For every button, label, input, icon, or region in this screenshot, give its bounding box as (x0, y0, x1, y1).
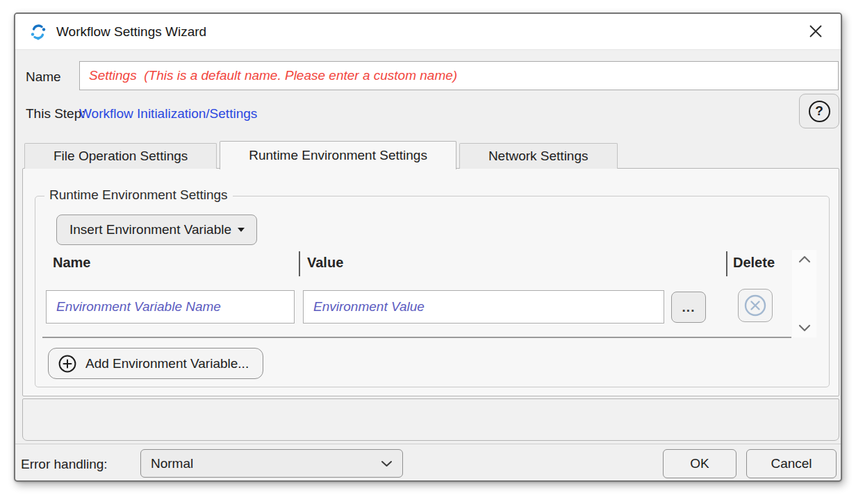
title-bar: Workflow Settings Wizard (15, 14, 841, 50)
this-step-link[interactable]: Workflow Initialization/Settings (79, 106, 257, 121)
runtime-environment-tab-panel: Runtime Environment Settings Insert Envi… (22, 168, 839, 396)
dropdown-caret-icon (237, 227, 245, 233)
row-scrollbar[interactable] (792, 250, 816, 337)
ellipsis-icon: ... (682, 300, 696, 315)
delete-row-button[interactable] (738, 289, 773, 322)
name-label: Name (26, 69, 61, 85)
window-title: Workflow Settings Wizard (56, 24, 206, 40)
tab-file-operation-settings[interactable]: File Operation Settings (24, 143, 217, 169)
help-button[interactable]: ? (799, 94, 839, 128)
ok-button[interactable]: OK (663, 449, 736, 478)
column-header-name: Name (53, 255, 90, 271)
groupbox-title: Runtime Environment Settings (44, 187, 233, 203)
name-input[interactable] (79, 61, 839, 90)
scroll-up-icon[interactable] (798, 255, 811, 263)
error-handling-label: Error handling: (21, 457, 108, 472)
help-icon: ? (809, 101, 830, 122)
environment-variable-name-input[interactable] (46, 290, 295, 324)
browse-value-button[interactable]: ... (671, 292, 706, 323)
column-separator (726, 251, 727, 276)
tab-network-settings[interactable]: Network Settings (459, 143, 618, 169)
insert-environment-variable-button[interactable]: Insert Environment Variable (56, 215, 257, 245)
column-header-value: Value (307, 255, 343, 271)
runtime-environment-groupbox: Runtime Environment Settings Insert Envi… (35, 196, 830, 387)
cancel-button[interactable]: Cancel (746, 449, 837, 478)
workflow-settings-wizard-dialog: Workflow Settings Wizard Name This Step:… (14, 12, 842, 482)
chevron-down-icon (381, 460, 393, 467)
add-environment-variable-label: Add Environment Variable... (85, 356, 249, 371)
environment-value-input[interactable] (303, 290, 664, 324)
error-handling-value: Normal (151, 456, 381, 471)
plus-circle-icon (58, 355, 76, 373)
insert-environment-variable-label: Insert Environment Variable (69, 222, 231, 237)
row-separator (42, 337, 791, 338)
tab-bar: File Operation Settings Runtime Environm… (24, 140, 618, 169)
this-step-label: This Step: (26, 106, 85, 121)
close-icon (808, 24, 823, 39)
close-button[interactable] (791, 14, 841, 49)
delete-circle-x-icon (743, 294, 767, 317)
workflow-icon (29, 23, 47, 41)
scroll-down-icon[interactable] (798, 324, 811, 332)
footer-bar: Error handling: Normal OK Cancel (15, 444, 841, 480)
tab-runtime-environment-settings[interactable]: Runtime Environment Settings (220, 141, 456, 169)
lower-empty-panel (22, 398, 839, 441)
error-handling-select[interactable]: Normal (140, 449, 403, 478)
column-separator (299, 251, 300, 276)
column-header-delete: Delete (733, 255, 775, 271)
add-environment-variable-button[interactable]: Add Environment Variable... (48, 348, 263, 379)
